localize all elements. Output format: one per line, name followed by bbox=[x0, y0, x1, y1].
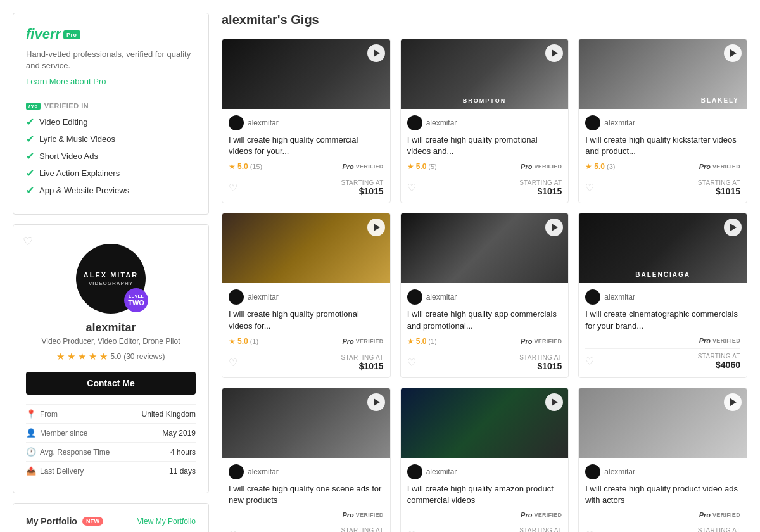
verified-label-6: VERIFIED bbox=[712, 338, 740, 344]
check-icon: ✔ bbox=[26, 184, 34, 196]
seller-avatar-3 bbox=[585, 115, 600, 130]
new-badge: NEW bbox=[82, 517, 103, 526]
seller-avatar-5 bbox=[407, 289, 422, 305]
save-gig-8[interactable]: ♡ bbox=[407, 529, 416, 532]
starting-at-label-5: STARTING AT bbox=[519, 354, 562, 361]
price-val-1: $1015 bbox=[341, 186, 383, 196]
gig-title-6: I will create cinematographic commercial… bbox=[585, 308, 740, 331]
gig-footer-8: Pro VERIFIED bbox=[407, 511, 562, 519]
pro-verified-1: Pro VERIFIED bbox=[342, 163, 383, 170]
save-gig-5[interactable]: ♡ bbox=[407, 357, 416, 369]
gig-card-7[interactable]: alexmitar I will create high quality one… bbox=[222, 388, 391, 532]
save-gig-7[interactable]: ♡ bbox=[229, 529, 238, 532]
gig-card-5[interactable]: alexmitar I will create high quality app… bbox=[400, 213, 569, 377]
play-button-4[interactable] bbox=[367, 218, 385, 236]
gig-title-7: I will create high quality one scene ads… bbox=[229, 483, 384, 506]
gig-title-5: I will create high quality app commercia… bbox=[407, 308, 562, 331]
save-gig-6[interactable]: ♡ bbox=[585, 355, 594, 367]
seller-name-1: alexmitar bbox=[248, 118, 279, 127]
verified-label-3: VERIFIED bbox=[712, 163, 740, 170]
save-gig-4[interactable]: ♡ bbox=[229, 357, 238, 369]
play-button-1[interactable] bbox=[367, 44, 385, 62]
price-val-6: $4060 bbox=[698, 360, 740, 370]
gig-info-8: alexmitar I will create high quality ama… bbox=[401, 458, 569, 532]
gig-card-2[interactable]: BROMPTON alexmitar I will create high qu… bbox=[400, 39, 569, 203]
save-gig-3[interactable]: ♡ bbox=[585, 182, 594, 194]
gig-footer-9: Pro VERIFIED bbox=[585, 511, 740, 519]
gig-card-9[interactable]: alexmitar I will create high quality pro… bbox=[578, 388, 747, 532]
price-info-2: STARTING AT $1015 bbox=[519, 179, 562, 196]
rating-count-2: (5) bbox=[428, 163, 436, 170]
fiverr-pro-logo: fiverr Pro bbox=[26, 26, 196, 42]
seller-username: alexmitar bbox=[26, 321, 196, 334]
price-val-5: $1015 bbox=[519, 361, 562, 371]
rating-count-5: (1) bbox=[428, 338, 436, 345]
gig-thumb-3: BLAKELY bbox=[579, 39, 747, 109]
gigs-grid: alexmitar I will create high quality com… bbox=[222, 39, 747, 532]
starting-at-label-7: STARTING AT bbox=[341, 527, 383, 532]
portfolio-card: My Portfolio NEW View My Portfolio bbox=[13, 503, 209, 532]
learn-more-link[interactable]: Learn More about Pro bbox=[26, 77, 106, 86]
price-val-3: $1015 bbox=[698, 186, 740, 196]
clock-icon: 🕐 bbox=[26, 447, 36, 457]
gig-footer-5: ★ 5.0 (1) Pro VERIFIED bbox=[407, 337, 562, 346]
gig-price-row-6: ♡ STARTING AT $4060 bbox=[585, 348, 740, 370]
play-button-2[interactable] bbox=[545, 44, 563, 62]
starting-at-label-4: STARTING AT bbox=[341, 354, 383, 361]
price-val-2: $1015 bbox=[519, 186, 562, 196]
seller-name-8: alexmitar bbox=[426, 467, 457, 476]
seller-name-3: alexmitar bbox=[604, 118, 635, 127]
gig-price-row-8: ♡ STARTING AT $1015 bbox=[407, 522, 562, 532]
save-gig-9[interactable]: ♡ bbox=[585, 529, 594, 532]
pro-mini-badge: Pro bbox=[26, 103, 41, 110]
pro-label-5: Pro bbox=[521, 338, 532, 345]
gig-card-6[interactable]: BALENCIAGA alexmitar I will create cinem… bbox=[578, 213, 747, 377]
stat-last-delivery: 📤 Last Delivery 11 days bbox=[26, 461, 196, 480]
play-button-5[interactable] bbox=[545, 218, 563, 236]
review-count: (30 reviews) bbox=[124, 352, 165, 361]
gig-thumb-7 bbox=[222, 388, 390, 458]
gig-rating-5: ★ 5.0 (1) bbox=[407, 337, 437, 346]
gig-title-2: I will create high quality promotional v… bbox=[407, 134, 562, 157]
gig-price-row-1: ♡ STARTING AT $1015 bbox=[229, 175, 384, 196]
gig-card-1[interactable]: alexmitar I will create high quality com… bbox=[222, 39, 391, 203]
play-button-7[interactable] bbox=[367, 393, 385, 411]
gig-footer-3: ★ 5.0 (3) Pro VERIFIED bbox=[585, 162, 740, 171]
starting-at-label-9: STARTING AT bbox=[698, 527, 740, 532]
check-icon: ✔ bbox=[26, 133, 34, 145]
save-gig-2[interactable]: ♡ bbox=[407, 182, 416, 194]
sidebar: fiverr Pro Hand-vetted professionals, ve… bbox=[13, 13, 209, 532]
seller-avatar-9 bbox=[585, 464, 600, 479]
price-info-6: STARTING AT $4060 bbox=[698, 353, 740, 370]
gig-rating-2: ★ 5.0 (5) bbox=[407, 162, 437, 171]
price-info-5: STARTING AT $1015 bbox=[519, 354, 562, 371]
play-button-3[interactable] bbox=[724, 44, 742, 62]
verified-label-1: VERIFIED bbox=[356, 163, 384, 170]
gig-card-3[interactable]: BLAKELY alexmitar I will create high qua… bbox=[578, 39, 747, 203]
gig-card-8[interactable]: alexmitar I will create high quality ama… bbox=[400, 388, 569, 532]
pro-label-8: Pro bbox=[521, 511, 532, 519]
pro-verified-2: Pro VERIFIED bbox=[521, 163, 562, 170]
price-val-4: $1015 bbox=[341, 361, 383, 371]
pro-badge: Pro bbox=[63, 30, 80, 39]
play-button-6[interactable] bbox=[724, 218, 742, 236]
rating-count-1: (15) bbox=[250, 163, 263, 170]
verified-label-4: VERIFIED bbox=[356, 338, 384, 345]
play-button-9[interactable] bbox=[724, 393, 742, 411]
starting-at-label-2: STARTING AT bbox=[519, 179, 562, 186]
seller-avatar-4 bbox=[229, 289, 244, 305]
pro-label-2: Pro bbox=[521, 163, 532, 170]
gig-star-5: ★ bbox=[407, 337, 414, 346]
seller-name-6: alexmitar bbox=[604, 293, 635, 301]
gig-thumb-8 bbox=[401, 388, 569, 458]
gig-card-4[interactable]: alexmitar I will create high quality pro… bbox=[222, 213, 391, 377]
view-portfolio-link[interactable]: View My Portfolio bbox=[137, 517, 196, 526]
seller-name-9: alexmitar bbox=[604, 467, 635, 476]
gig-thumb-1 bbox=[222, 39, 390, 109]
pro-verified-8: Pro VERIFIED bbox=[521, 511, 562, 519]
play-button-8[interactable] bbox=[545, 393, 563, 411]
gig-seller-1: alexmitar bbox=[229, 115, 384, 130]
gig-rating-1: ★ 5.0 (15) bbox=[229, 162, 262, 171]
save-gig-1[interactable]: ♡ bbox=[229, 182, 238, 194]
contact-button[interactable]: Contact Me bbox=[26, 372, 196, 395]
